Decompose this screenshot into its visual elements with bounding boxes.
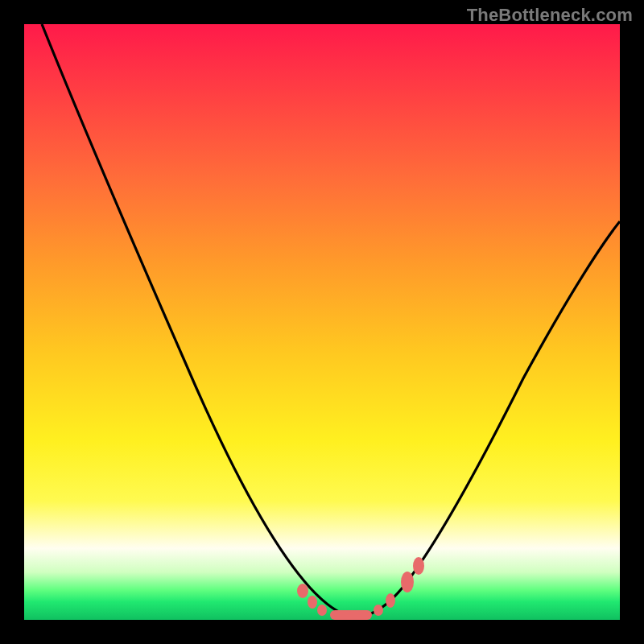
chart-frame: TheBottleneck.com — [0, 0, 644, 644]
plot-area — [24, 24, 620, 620]
svg-point-6 — [401, 572, 414, 592]
watermark-text: TheBottleneck.com — [467, 5, 633, 26]
svg-point-1 — [308, 596, 317, 609]
svg-rect-3 — [330, 610, 372, 620]
svg-point-2 — [317, 605, 327, 616]
bottleneck-curve-svg — [24, 24, 620, 620]
svg-point-5 — [386, 593, 395, 608]
svg-point-7 — [413, 557, 424, 575]
svg-point-4 — [374, 605, 383, 616]
curve-markers — [297, 557, 424, 620]
svg-point-0 — [297, 584, 308, 598]
bottleneck-curve-path — [42, 24, 620, 617]
